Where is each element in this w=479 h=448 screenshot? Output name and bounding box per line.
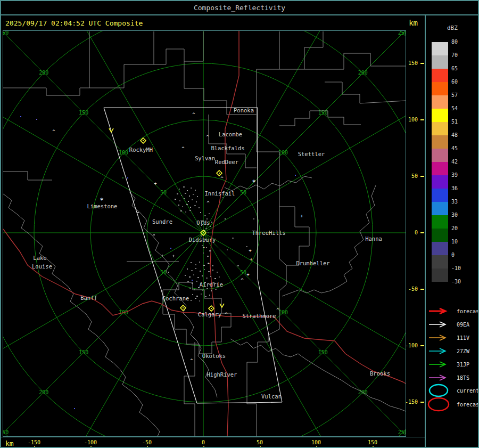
right-axis-label: -50 xyxy=(403,286,418,292)
colorbar-block xyxy=(432,69,448,82)
echo-pixel xyxy=(137,212,139,213)
radar-window: Composite_Reflectivity 2025/09/17 02:04:… xyxy=(0,0,479,448)
colorbar-label: 80 xyxy=(451,39,473,45)
echo-pixel xyxy=(179,200,180,201)
right-axis-tick xyxy=(420,232,424,233)
echo-pixel xyxy=(202,275,203,276)
echo-pixel xyxy=(212,265,213,266)
range-ring-label: 100 xyxy=(278,309,288,315)
echo-pixel xyxy=(193,194,194,195)
echo-pixel xyxy=(207,256,209,257)
colorbar-block xyxy=(432,268,448,282)
echo-pixel xyxy=(222,197,224,198)
window-title: Composite_Reflectivity xyxy=(194,4,285,12)
title-bar: Composite_Reflectivity xyxy=(1,1,478,15)
colorbar-block xyxy=(432,122,448,135)
colorbar-block xyxy=(432,215,448,229)
echo-pixel xyxy=(195,298,196,299)
caret-marker: ^ xyxy=(192,112,195,117)
echo-pixel xyxy=(202,290,203,291)
echo-pixel xyxy=(195,190,196,191)
plus-marker: + xyxy=(246,272,250,277)
caret-marker: ^ xyxy=(202,246,205,251)
city-label-didsbury: Didsbury xyxy=(189,237,216,243)
echo-pixel-misc xyxy=(122,177,123,178)
echo-pixel xyxy=(199,207,200,208)
city-label-highriver: HighRiver xyxy=(207,371,237,378)
right-panel: dBZ 807065605754514845423936333020100-10… xyxy=(426,17,479,448)
colorbar-unit-label: dBZ xyxy=(447,25,458,31)
bottom-axis-label: -100 xyxy=(80,439,101,445)
city-label-stettler: Stettler xyxy=(298,151,325,157)
caret-marker: ^ xyxy=(241,278,244,283)
echo-pixel xyxy=(206,278,208,279)
echo-pixel xyxy=(204,269,205,270)
echo-pixel xyxy=(204,215,206,216)
echo-pixel xyxy=(195,268,196,269)
bottom-axis-label: 0 xyxy=(193,439,214,445)
plus-marker: + xyxy=(250,256,253,262)
echo-pixel xyxy=(187,281,189,282)
colorbar-block xyxy=(432,149,448,162)
echo-pixel xyxy=(214,278,216,279)
echo-pixel xyxy=(211,222,212,223)
colorbar-block xyxy=(432,135,448,149)
echo-pixel xyxy=(212,270,213,271)
echo-pixel xyxy=(189,288,191,289)
city-label-lake: Lake xyxy=(33,255,46,261)
echo-pixel xyxy=(194,289,195,290)
chevron-marker xyxy=(220,304,224,307)
city-label-drumheller: Drumheller xyxy=(296,260,329,266)
range-ring-label: 200 xyxy=(39,70,48,76)
echo-pixel xyxy=(191,300,192,301)
right-axis-tick xyxy=(420,345,424,346)
map-boundary xyxy=(184,31,279,115)
legend-label-forecast: forecast xyxy=(457,308,479,314)
echo-pixel xyxy=(200,212,201,213)
colorbar-block xyxy=(432,255,448,268)
colorbar-label: 45 xyxy=(451,145,473,151)
echo-pixel xyxy=(191,188,192,189)
range-ring-label: 50 xyxy=(160,270,167,275)
echo-pixel xyxy=(211,290,212,291)
range-ring-label: 200 xyxy=(358,70,368,76)
radar-map-svg[interactable]: 5050505010010010010015015015015020020020… xyxy=(3,31,406,436)
city-label-hanna: Hanna xyxy=(365,235,382,242)
echo-pixel xyxy=(192,283,193,284)
colorbar-block xyxy=(432,109,448,122)
echo-pixel xyxy=(181,195,182,196)
echo-pixel xyxy=(193,274,194,275)
city-label-calgary: Calgary xyxy=(198,311,221,317)
caret-marker: ^ xyxy=(220,176,224,181)
station-diamond-dot xyxy=(219,173,220,174)
city-label-reddeer: RedDeer xyxy=(215,159,238,165)
station-diamond-dot xyxy=(183,307,184,308)
range-radial xyxy=(3,88,203,233)
city-label-banff: Banff xyxy=(80,295,97,301)
plus-marker: + xyxy=(172,253,175,258)
city-label-ponoka: Ponoka xyxy=(234,107,254,113)
echo-pixel xyxy=(208,271,210,272)
city-label-sylvan: Sylvan xyxy=(195,155,215,161)
right-axis-tick xyxy=(420,119,424,120)
echo-pixel xyxy=(191,262,192,263)
right-axis: 150100500-50-100-150 xyxy=(406,30,425,437)
range-ring-label: 250 xyxy=(398,429,406,435)
colorbar-block xyxy=(432,42,448,55)
range-ring-label: 250 xyxy=(398,31,406,36)
map-boundary xyxy=(325,82,406,103)
echo-pixel xyxy=(210,226,211,227)
colorbar-label: 39 xyxy=(451,172,473,178)
caret-marker: ^ xyxy=(190,358,193,363)
legend-label-18TS: 18TS xyxy=(457,375,469,381)
range-ring-label: 150 xyxy=(79,110,88,116)
colorbar-label: 48 xyxy=(451,132,473,138)
range-ring-label: 200 xyxy=(39,389,48,395)
echo-pixel xyxy=(205,228,207,229)
echo-pixel-misc xyxy=(36,119,37,120)
echo-pixel xyxy=(196,296,198,297)
radar-map-area[interactable]: 5050505010010010010015015015015020020020… xyxy=(3,30,406,437)
colorbar-label: 20 xyxy=(451,225,473,231)
colorbar-block xyxy=(432,175,448,189)
echo-pixel xyxy=(182,206,183,207)
